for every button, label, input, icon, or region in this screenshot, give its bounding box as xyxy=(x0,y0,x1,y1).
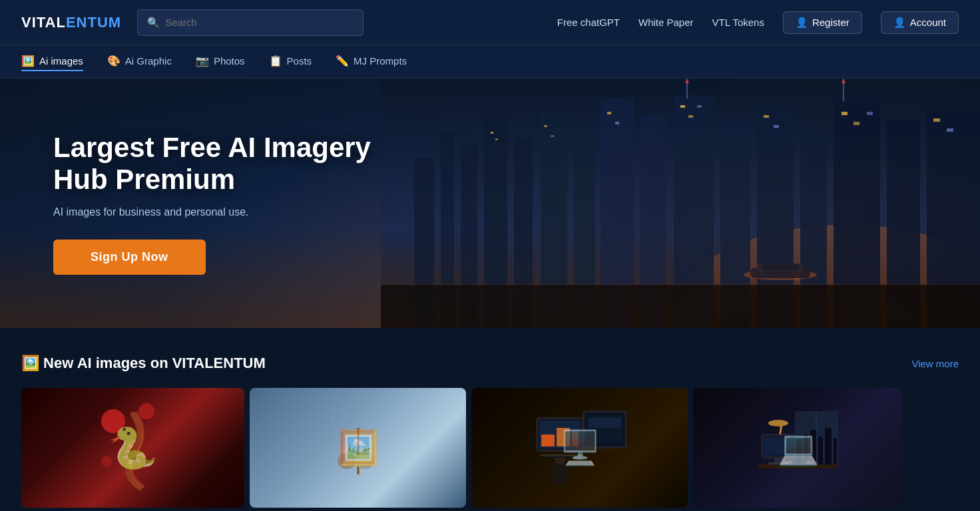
image-card-desk[interactable] xyxy=(693,388,903,508)
svg-rect-26 xyxy=(697,105,702,108)
register-icon: 👤 xyxy=(796,17,808,29)
image-grid-top xyxy=(21,388,959,508)
svg-rect-24 xyxy=(680,105,685,108)
logo: VITALENTUM xyxy=(21,14,121,31)
svg-rect-32 xyxy=(933,118,940,122)
svg-rect-31 xyxy=(867,112,873,115)
sidebar-item-ai-graphic[interactable]: 🎨 Ai Graphic xyxy=(107,52,172,71)
svg-point-56 xyxy=(347,446,352,454)
sidebar-item-mj-prompts[interactable]: ✏️ MJ Prompts xyxy=(336,52,407,71)
svg-point-41 xyxy=(686,81,689,84)
svg-rect-66 xyxy=(541,434,555,446)
desk-svg xyxy=(755,405,842,491)
svg-point-45 xyxy=(138,403,154,419)
ai-graphic-icon: 🎨 xyxy=(107,55,121,67)
nav-bar: 🖼️ Ai images 🎨 Ai Graphic 📷 Photos 📋 Pos… xyxy=(0,45,980,79)
svg-point-55 xyxy=(342,446,347,454)
image-monitor-preview xyxy=(471,388,688,508)
svg-rect-28 xyxy=(774,125,779,128)
image-card-snake[interactable] xyxy=(21,388,244,508)
hero-city-illustration xyxy=(381,79,980,328)
posts-icon: 📋 xyxy=(269,55,282,67)
svg-line-49 xyxy=(332,408,335,421)
hero-subtitle: AI images for business and personal use. xyxy=(53,206,413,218)
section-header: 🖼️ New AI images on VITALENTUM View more xyxy=(21,355,959,372)
svg-rect-27 xyxy=(764,115,769,118)
nav-vtl-tokens[interactable]: VTL Tokens xyxy=(712,17,764,28)
svg-point-60 xyxy=(365,446,370,454)
header: VITALENTUM 🔍 Free chatGPT White Paper VT… xyxy=(0,0,980,45)
monitor-svg xyxy=(533,405,626,491)
svg-line-50 xyxy=(345,405,348,418)
svg-point-57 xyxy=(356,453,374,469)
svg-point-71 xyxy=(550,458,570,484)
svg-rect-25 xyxy=(688,115,693,118)
svg-rect-78 xyxy=(796,439,802,464)
svg-line-52 xyxy=(385,409,388,423)
svg-point-58 xyxy=(359,448,371,460)
account-icon: 👤 xyxy=(893,17,906,29)
svg-rect-22 xyxy=(607,112,611,114)
svg-rect-81 xyxy=(818,436,823,464)
snake-svg xyxy=(93,401,173,494)
sidebar-item-photos[interactable]: 📷 Photos xyxy=(196,52,245,71)
svg-rect-39 xyxy=(762,264,799,270)
header-nav: Free chatGPT White Paper VTL Tokens 👤 Re… xyxy=(557,11,959,34)
svg-rect-19 xyxy=(495,138,498,140)
hero-title: Largest Free AI Imagery Hub Premium xyxy=(53,132,413,196)
svg-rect-80 xyxy=(810,430,816,464)
svg-point-54 xyxy=(341,448,353,460)
svg-rect-33 xyxy=(947,128,953,132)
svg-point-43 xyxy=(842,81,846,84)
hero-content: Largest Free AI Imagery Hub Premium AI i… xyxy=(0,132,466,275)
svg-rect-88 xyxy=(774,458,782,463)
search-bar[interactable]: 🔍 xyxy=(137,9,364,36)
svg-point-59 xyxy=(360,446,365,454)
sidebar-item-posts[interactable]: 📋 Posts xyxy=(269,52,312,71)
hero-section: Largest Free AI Imagery Hub Premium AI i… xyxy=(0,79,980,328)
svg-line-84 xyxy=(778,425,782,444)
svg-rect-79 xyxy=(804,434,808,464)
mice-svg xyxy=(315,401,401,494)
svg-point-85 xyxy=(768,420,788,426)
svg-rect-91 xyxy=(764,437,793,455)
svg-point-44 xyxy=(101,409,125,433)
svg-rect-20 xyxy=(544,125,547,127)
ai-images-icon: 🖼️ xyxy=(21,55,35,67)
svg-rect-70 xyxy=(589,418,621,428)
image-card-monitor[interactable] xyxy=(471,388,688,508)
svg-rect-35 xyxy=(381,285,980,328)
svg-rect-74 xyxy=(540,454,580,456)
svg-rect-29 xyxy=(842,112,848,115)
svg-line-51 xyxy=(371,407,375,420)
nav-free-chatgpt[interactable]: Free chatGPT xyxy=(557,17,620,28)
svg-point-46 xyxy=(126,441,140,454)
image-snake-preview xyxy=(21,388,244,508)
sign-up-button[interactable]: Sign Up Now xyxy=(53,240,206,275)
svg-point-47 xyxy=(101,456,112,466)
svg-rect-83 xyxy=(834,438,837,464)
svg-rect-89 xyxy=(768,462,788,464)
svg-point-53 xyxy=(338,453,356,469)
section-title: 🖼️ New AI images on VITALENTUM xyxy=(21,355,266,372)
svg-rect-67 xyxy=(557,428,570,446)
search-icon: 🔍 xyxy=(147,17,160,29)
images-section: 🖼️ New AI images on VITALENTUM View more xyxy=(0,328,980,511)
svg-rect-23 xyxy=(615,122,619,124)
svg-rect-30 xyxy=(854,122,859,125)
nav-white-paper[interactable]: White Paper xyxy=(638,17,694,28)
mj-prompts-icon: ✏️ xyxy=(336,55,349,67)
svg-rect-68 xyxy=(572,431,579,446)
sidebar-item-ai-images[interactable]: 🖼️ Ai images xyxy=(21,52,83,71)
register-button[interactable]: 👤 Register xyxy=(783,11,862,34)
image-card-mice[interactable] xyxy=(250,388,466,508)
svg-rect-21 xyxy=(551,135,554,137)
search-input[interactable] xyxy=(165,17,354,28)
svg-rect-90 xyxy=(758,464,838,468)
view-more-link[interactable]: View more xyxy=(911,358,959,369)
image-mice-preview xyxy=(250,388,466,508)
image-desk-preview xyxy=(693,388,903,508)
photos-icon: 📷 xyxy=(196,55,209,67)
svg-rect-18 xyxy=(491,132,493,134)
account-button[interactable]: 👤 Account xyxy=(881,11,959,34)
